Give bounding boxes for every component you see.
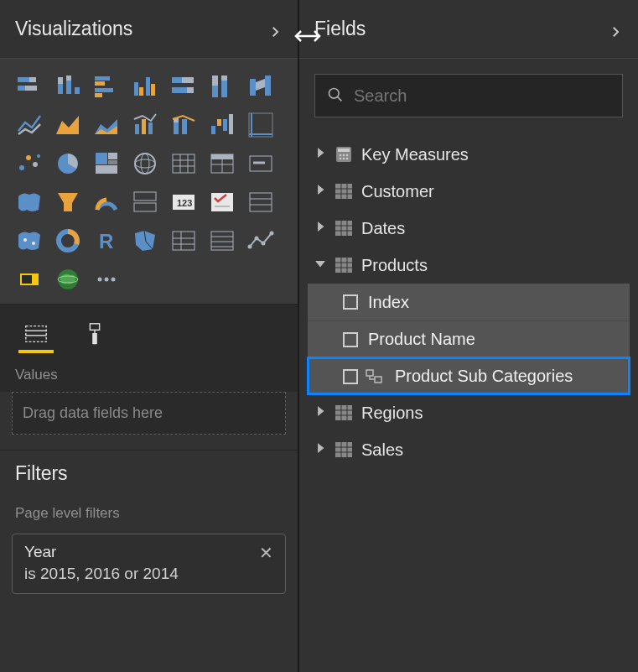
caret-right-icon[interactable] bbox=[314, 221, 326, 236]
svg-point-100 bbox=[329, 88, 339, 98]
viz-card[interactable] bbox=[243, 146, 278, 181]
svg-rect-129 bbox=[366, 370, 373, 376]
fields-tab[interactable] bbox=[18, 316, 54, 352]
viz-matrix-2[interactable] bbox=[166, 223, 201, 258]
filter-chip-clear-icon[interactable]: ✕ bbox=[259, 543, 273, 563]
viz-arcgis[interactable] bbox=[50, 262, 86, 297]
viz-donut[interactable] bbox=[50, 223, 86, 258]
viz-stacked-area[interactable] bbox=[89, 107, 124, 143]
field-row-index[interactable]: Index bbox=[308, 284, 630, 320]
svg-rect-30 bbox=[174, 122, 179, 134]
viz-globe[interactable] bbox=[127, 146, 163, 181]
svg-rect-69 bbox=[250, 193, 272, 211]
fields-search-input[interactable] bbox=[354, 86, 610, 106]
collapse-fields-icon[interactable] bbox=[608, 22, 623, 37]
hierarchy-icon bbox=[365, 368, 385, 385]
svg-point-51 bbox=[141, 154, 149, 174]
viz-waterfall[interactable] bbox=[205, 107, 240, 143]
table-row-regions[interactable]: Regions bbox=[308, 394, 630, 431]
filter-chip-desc: is 2015, 2016 or 2014 bbox=[24, 565, 273, 583]
fields-tree: Key MeasuresCustomerDatesProductsIndexPr… bbox=[299, 136, 638, 468]
viz-table[interactable] bbox=[166, 146, 201, 181]
svg-rect-34 bbox=[217, 119, 221, 126]
table-row-customer[interactable]: Customer bbox=[308, 173, 630, 210]
svg-rect-64 bbox=[134, 203, 156, 211]
caret-right-icon[interactable] bbox=[314, 442, 326, 457]
svg-text:R: R bbox=[99, 230, 113, 253]
caret-right-icon[interactable] bbox=[314, 405, 326, 420]
svg-rect-0 bbox=[18, 77, 29, 82]
caret-right-icon[interactable] bbox=[314, 147, 326, 162]
fields-pane: Fields Key MeasuresCustomerDatesProducts… bbox=[299, 0, 638, 672]
svg-rect-9 bbox=[95, 76, 110, 81]
viz-shape-map[interactable] bbox=[127, 223, 163, 258]
viz-treemap[interactable] bbox=[89, 146, 124, 181]
caret-down-icon[interactable] bbox=[314, 258, 326, 273]
svg-marker-117 bbox=[319, 222, 324, 230]
svg-line-101 bbox=[337, 96, 341, 101]
viz-scatter-chart[interactable] bbox=[12, 146, 47, 181]
svg-rect-112 bbox=[335, 184, 352, 199]
viz-table-alt[interactable] bbox=[243, 185, 278, 220]
svg-rect-32 bbox=[182, 119, 187, 134]
viz-r-visual[interactable]: R bbox=[89, 223, 124, 258]
viz-more-ellipsis[interactable] bbox=[89, 262, 124, 297]
svg-rect-47 bbox=[108, 160, 117, 164]
filter-chip-year[interactable]: Year is 2015, 2016 or 2014 ✕ bbox=[12, 534, 286, 594]
table-row-sales[interactable]: Sales bbox=[308, 431, 630, 468]
viz-scatter[interactable] bbox=[243, 107, 278, 143]
field-checkbox[interactable] bbox=[343, 294, 358, 310]
viz-filled-map[interactable] bbox=[12, 185, 47, 220]
collapse-visualizations-icon[interactable] bbox=[267, 22, 283, 37]
format-tab[interactable] bbox=[77, 316, 112, 352]
values-drop-well[interactable]: Drag data fields here bbox=[12, 392, 286, 435]
viz-area[interactable] bbox=[50, 107, 86, 143]
viz-table-2[interactable] bbox=[205, 223, 240, 258]
table-icon bbox=[335, 404, 353, 421]
table-row-products[interactable]: Products bbox=[308, 247, 630, 284]
viz-100-stacked-column[interactable] bbox=[205, 69, 240, 104]
viz-matrix[interactable] bbox=[205, 146, 240, 181]
filter-chip-name: Year bbox=[24, 543, 273, 561]
svg-rect-63 bbox=[134, 192, 156, 201]
field-checkbox[interactable] bbox=[343, 332, 358, 347]
viz-line-dots[interactable] bbox=[243, 223, 278, 258]
svg-rect-124 bbox=[335, 258, 352, 273]
viz-kpi[interactable]: 123 bbox=[166, 185, 201, 220]
viz-clustered-bar[interactable] bbox=[89, 69, 124, 104]
svg-rect-37 bbox=[249, 113, 272, 137]
field-row-product-sub-categories[interactable]: Product Sub Categories bbox=[308, 357, 630, 394]
caret-right-icon[interactable] bbox=[314, 184, 326, 199]
field-row-product-name[interactable]: Product Name bbox=[308, 320, 630, 357]
svg-rect-15 bbox=[146, 77, 150, 96]
viz-filled-map-2[interactable] bbox=[12, 223, 47, 258]
svg-point-93 bbox=[105, 278, 109, 282]
viz-stacked-bar[interactable] bbox=[12, 69, 47, 104]
table-label: Key Measures bbox=[361, 145, 469, 164]
viz-pie[interactable] bbox=[50, 146, 86, 181]
table-label: Dates bbox=[361, 219, 405, 238]
field-checkbox[interactable] bbox=[343, 369, 358, 384]
viz-line-clustered-column[interactable] bbox=[127, 107, 163, 143]
viz-slicer[interactable] bbox=[205, 185, 240, 220]
viz-line[interactable] bbox=[12, 107, 47, 143]
fields-header: Fields bbox=[299, 0, 638, 59]
table-row-dates[interactable]: Dates bbox=[308, 210, 630, 247]
viz-funnel[interactable] bbox=[50, 185, 86, 220]
viz-100-stacked-bar[interactable] bbox=[166, 69, 201, 104]
viz-python-visual[interactable] bbox=[12, 262, 47, 297]
svg-rect-46 bbox=[108, 153, 117, 159]
viz-clustered-column[interactable] bbox=[127, 69, 163, 104]
viz-multi-row-card[interactable] bbox=[127, 185, 163, 220]
svg-rect-28 bbox=[142, 119, 146, 134]
svg-rect-12 bbox=[95, 93, 102, 97]
visualizations-pane: Visualizations 123R Values Drag data fie… bbox=[0, 0, 299, 672]
viz-gauge[interactable] bbox=[89, 185, 124, 220]
viz-ribbon[interactable] bbox=[243, 69, 278, 104]
table-row-key-measures[interactable]: Key Measures bbox=[308, 136, 630, 173]
fields-search[interactable] bbox=[314, 74, 623, 117]
svg-point-43 bbox=[37, 154, 40, 158]
viz-line-stacked-column[interactable] bbox=[166, 107, 201, 143]
viz-stacked-column[interactable] bbox=[50, 69, 86, 104]
svg-rect-27 bbox=[135, 124, 139, 134]
